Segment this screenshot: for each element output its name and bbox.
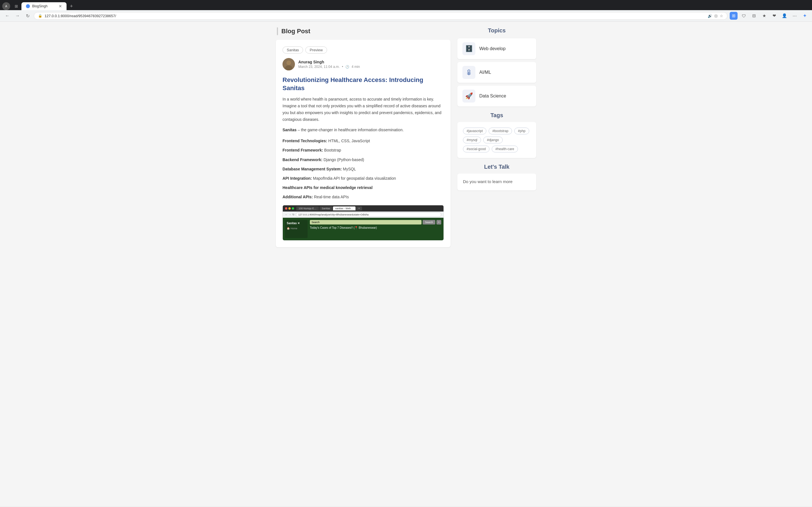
shield-icon[interactable]: 🛡	[740, 12, 748, 20]
screenshot-sidebar-logo: Sanitas ✕	[287, 222, 306, 225]
author-meta: March 23, 2024, 11:04 a.m. • 🕐 4 min	[298, 65, 360, 69]
favorites-bar-icon[interactable]: ★	[760, 12, 768, 20]
more-options-icon[interactable]: ⋯	[791, 12, 799, 20]
blog-title: Revolutionizing Healthcare Access: Intro…	[283, 76, 444, 92]
reload-button[interactable]: ↻	[24, 12, 32, 20]
page-content: Blog Post Sanitas Preview Anurag Singh	[0, 22, 812, 506]
dot-separator: •	[342, 65, 343, 69]
author-avatar	[283, 58, 295, 70]
screenshot-add-btn: +	[437, 220, 441, 224]
topic-web-develop[interactable]: 🗄️ Web develop	[457, 38, 536, 59]
healthcare-api-line: Healthcare APIs for medical knowledge re…	[283, 184, 444, 191]
ai-ml-label: AI/ML	[479, 70, 491, 75]
collections-icon[interactable]: ❤	[770, 12, 778, 20]
tag-social-good[interactable]: #social-good	[463, 146, 490, 152]
blog-screenshot: 100 Numpy Exercises... Sanitas sanitas -…	[283, 205, 444, 240]
frontend-tech-value: HTML, CSS, JavaScript	[327, 138, 370, 143]
web-develop-icon: 🗄️	[462, 42, 475, 55]
screenshot-tab-new: +	[356, 207, 362, 210]
mini-maximize-dot	[292, 207, 294, 210]
frontend-framework-line: Frontend Framework: Bootstrap	[283, 147, 444, 154]
tab-close-button[interactable]: ✕	[59, 4, 62, 8]
screenshot-tab-2: sanitas - Web Service - Render	[333, 207, 356, 210]
split-view-icon[interactable]: ⊡	[714, 14, 718, 18]
frontend-tech-line: Frontend Technologies: HTML, CSS, JavaSc…	[283, 137, 444, 145]
author-info: Anurag Singh March 23, 2024, 11:04 a.m. …	[298, 60, 360, 69]
blog-body: Frontend Technologies: HTML, CSS, JavaSc…	[283, 137, 444, 201]
api-value: MapofIndia API for geospatial data visua…	[312, 176, 396, 180]
api-line: API Integration: MapofIndia API for geos…	[283, 175, 444, 182]
read-time: 4 min	[352, 65, 360, 69]
tag-javascript[interactable]: #javascript	[463, 128, 486, 134]
browser-tab-blogsingh[interactable]: BlogSingh ✕	[21, 2, 66, 10]
forward-button[interactable]: →	[13, 12, 21, 20]
tag-php[interactable]: #php	[514, 128, 529, 134]
additional-api-line: Additional APIs: Real-time data APIs	[283, 193, 444, 201]
tab-favicon	[26, 4, 30, 8]
screenshot-sidebar-home: 🏠 Home	[287, 226, 306, 230]
topics-title: Topics	[457, 27, 536, 34]
lets-talk-card: Do you want to learn more	[457, 173, 536, 190]
screenshot-browser-titlebar: 100 Numpy Exercises... Sanitas sanitas -…	[283, 205, 444, 212]
copilot-icon[interactable]: ✦	[801, 12, 809, 20]
tag-sanitas[interactable]: Sanitas	[283, 47, 303, 54]
api-label: API Integration:	[283, 176, 312, 180]
highlight-suffix: – the game-changer in healthcare informa…	[297, 128, 404, 132]
screenshot-app-name: Sanitas ✕	[287, 222, 300, 225]
new-tab-button[interactable]: +	[68, 3, 75, 9]
extensions-icon[interactable]: ⊞	[730, 12, 738, 20]
blog-tags: Sanitas Preview	[283, 47, 444, 54]
tags-section: Tags #javascript #bootstrap #php #mysql …	[457, 112, 536, 158]
tag-preview[interactable]: Preview	[305, 47, 327, 54]
screenshot-search-input: Search	[310, 220, 421, 224]
page-title: Blog Post	[282, 27, 310, 35]
browser-apps-icon[interactable]: ⊞	[12, 2, 20, 10]
mini-forward-btn: →	[289, 213, 291, 216]
address-bar[interactable]: 🔒 127.0.0.1:8000/read/953946783927238657…	[34, 12, 727, 20]
browser-chrome: A ⊞ BlogSingh ✕ + ← → ↻ 🔒 127.0.0.1:8000…	[0, 0, 812, 22]
frontend-framework-value: Bootstrap	[323, 148, 341, 152]
lets-talk-text: Do you want to learn more	[463, 179, 530, 184]
db-label: Database Management System:	[283, 167, 342, 171]
screenshot-search-bar: Search Search +	[310, 220, 441, 224]
screenshot-search-btn: Search	[423, 220, 435, 224]
screenshot-tabs: 100 Numpy Exercises... Sanitas sanitas -…	[296, 207, 362, 210]
tags-container: #javascript #bootstrap #php #mysql #djan…	[463, 128, 530, 152]
browser-profile-btn[interactable]: 👤	[780, 12, 788, 20]
lets-talk-title: Let's Talk	[457, 164, 536, 170]
mini-back-btn: ←	[285, 213, 288, 216]
tags-title: Tags	[457, 112, 536, 119]
screenshot-address: 127.0.0.1:8000/map/analyze/city=Bhubanes…	[296, 212, 441, 217]
screenshot-heading: Today's Cases of Top 7 Diseases!! (📍 Bhu…	[310, 226, 441, 229]
favorites-icon[interactable]: ☆	[720, 14, 723, 18]
blog-intro: In a world where health is paramount, ac…	[283, 96, 444, 123]
screenshot-main: Search Search + Today's Cases of Top 7 D…	[310, 220, 441, 238]
screenshot-content: Sanitas ✕ 🏠 Home Search Search + Today's…	[283, 218, 444, 240]
screenshot-sidebar: Sanitas ✕ 🏠 Home	[285, 220, 308, 238]
main-column: Blog Post Sanitas Preview Anurag Singh	[276, 27, 451, 501]
topic-data-science[interactable]: 🚀 Data Science	[457, 86, 536, 107]
mini-close-dot	[285, 207, 287, 210]
browser-profile-icon[interactable]: A	[2, 2, 10, 10]
screenshot-tab-1: Sanitas	[319, 207, 333, 210]
data-science-label: Data Science	[479, 94, 506, 99]
browser-layout-icon[interactable]: ⊟	[750, 12, 758, 20]
back-button[interactable]: ←	[3, 12, 11, 20]
tag-django[interactable]: #django	[483, 136, 503, 144]
read-aloud-icon[interactable]: 🔊	[708, 14, 712, 18]
additional-api-label: Additional APIs:	[283, 194, 313, 199]
healthcare-api-label: Healthcare APIs for medical knowledge re…	[283, 185, 372, 190]
topic-ai-ml[interactable]: AI/ML	[457, 62, 536, 83]
backend-framework-label: Backend Framework:	[283, 158, 322, 162]
tag-health-care[interactable]: #health-care	[492, 146, 518, 152]
blog-card: Sanitas Preview Anurag Singh March 23, 2…	[276, 40, 451, 247]
db-line: Database Management System: MySQL	[283, 166, 444, 173]
screenshot-toolbar: ← → ↻ 127.0.0.1:8000/map/analyze/city=Bh…	[283, 212, 444, 218]
tab-title: BlogSingh	[32, 4, 48, 8]
tag-bootstrap[interactable]: #bootstrap	[489, 128, 512, 134]
screenshot-tab-0: 100 Numpy Exercises...	[296, 207, 319, 210]
blog-highlight-para: Sanitas – the game-changer in healthcare…	[283, 127, 444, 133]
svg-point-1	[287, 61, 291, 65]
tag-mysql[interactable]: #mysql	[463, 136, 481, 144]
lets-talk-section: Let's Talk Do you want to learn more	[457, 164, 536, 190]
